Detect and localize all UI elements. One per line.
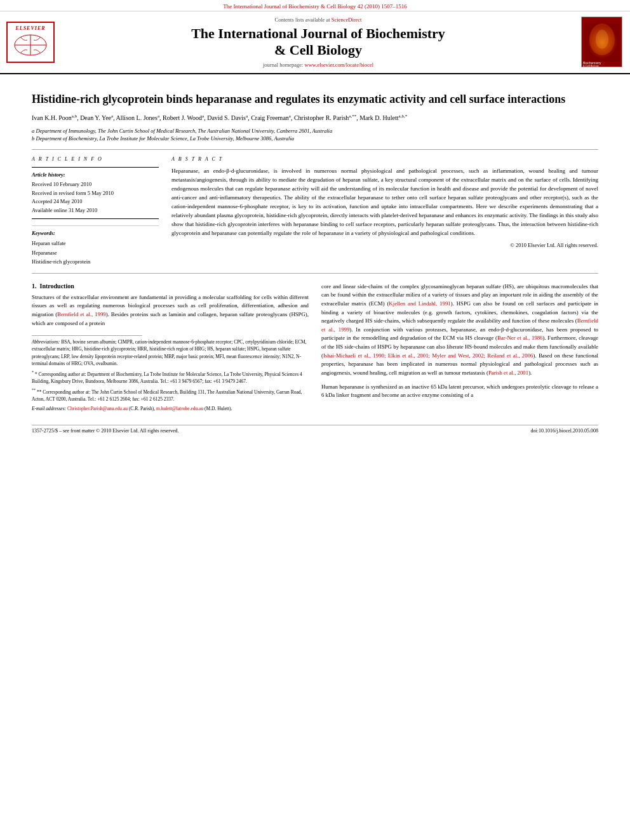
received-date: Received 10 February 2010 — [32, 180, 159, 189]
email-parish[interactable]: Christopher.Parish@anu.edu.au — [67, 406, 128, 411]
ref-barner: Bar-Ner et al., 1986 — [497, 335, 543, 341]
intro-left-col: 1. Introduction Structures of the extrac… — [32, 283, 309, 413]
introduction-section: 1. Introduction Structures of the extrac… — [32, 283, 598, 413]
bottom-bar: 1357-2725/$ – see front matter © 2010 El… — [32, 425, 598, 434]
footnote-divider — [32, 335, 142, 336]
journal-title-center: Contents lists available at ScienceDirec… — [64, 17, 573, 68]
abstract-text: Heparanase, an endo-β-d-glucuronidase, i… — [171, 167, 598, 238]
header-divider — [32, 149, 598, 150]
keyword-1: Heparan sulfate — [32, 239, 159, 248]
issn-text: 1357-2725/$ – see front matter © 2010 El… — [32, 428, 179, 434]
svg-text:& Cell Biology: & Cell Biology — [583, 64, 599, 67]
affiliations: a Department of Immunology, The John Cur… — [32, 127, 598, 143]
affiliation-b: b Department of Biochemistry, La Trobe I… — [32, 135, 598, 143]
journal-citation-link[interactable]: The International Journal of Biochemistr… — [223, 3, 406, 10]
history-label: Article history: — [32, 171, 159, 178]
footnotes: Abbreviations: BSA, bovine serum albumin… — [32, 338, 309, 412]
section-divider — [32, 273, 598, 274]
abbrev-text: BSA, bovine serum albumin; CIMPR, cation… — [32, 339, 307, 366]
abbreviations-line: Abbreviations: BSA, bovine serum albumin… — [32, 338, 309, 367]
info-abstract-section: A R T I C L E I N F O Article history: R… — [32, 156, 598, 267]
ref-bernfield2: Bernfield et al., 1999 — [321, 317, 598, 333]
copyright-notice: © 2010 Elsevier Ltd. All rights reserved… — [171, 242, 598, 248]
journal-homepage: journal homepage: www.elsevier.com/locat… — [64, 62, 573, 68]
intro-section-title: 1. Introduction — [32, 283, 309, 290]
keywords-label: Keywords: — [32, 230, 159, 236]
ref-bernfield: Bernfield et al., 1999 — [57, 311, 106, 317]
article-info-column: A R T I C L E I N F O Article history: R… — [32, 156, 159, 267]
email-hulett[interactable]: m.hulett@latrobe.edu.au — [156, 406, 203, 411]
main-content: Histidine-rich glycoprotein binds hepara… — [0, 74, 630, 441]
keyword-2: Heparanase — [32, 248, 159, 257]
authors-line: Ivan K.H. Poona,b, Dean Y. Yeea, Allison… — [32, 113, 598, 123]
abstract-header: A B S T R A C T — [171, 156, 598, 162]
elsevier-text: ELSEVIER — [11, 25, 50, 31]
svg-rect-3 — [582, 17, 622, 67]
sciencedirect-line: Contents lists available at ScienceDirec… — [64, 17, 573, 23]
article-title: Histidine-rich glycoprotein binds hepara… — [32, 92, 598, 107]
intro-right-col: core and linear side-chains of the compl… — [321, 283, 598, 413]
abbrev-label: Abbreviations: — [32, 339, 60, 345]
cover-image: Biochemistry & Cell Biology — [581, 17, 622, 67]
doi-text: doi:10.1016/j.biocel.2010.05.008 — [531, 428, 598, 434]
ref-parish: Parish et al., 2001 — [488, 370, 528, 376]
article-info-header: A R T I C L E I N F O — [32, 156, 159, 162]
revised-date: Received in revised form 5 May 2010 — [32, 189, 159, 198]
footnote-email: E-mail addresses: Christopher.Parish@anu… — [32, 405, 309, 412]
abstract-column: A B S T R A C T Heparanase, an endo-β-d-… — [171, 156, 598, 267]
ref-ishai: Ishai-Michaeli et al., 1990; Elkin et al… — [323, 352, 533, 359]
accepted-date: Accepted 24 May 2010 — [32, 197, 159, 206]
elsevier-logo: ELSEVIER — [6, 17, 57, 68]
intro-right-text-2: Human heparanase is synthesized as an in… — [321, 383, 598, 400]
journal-name: The International Journal of Biochemistr… — [64, 25, 573, 59]
elsevier-logo-box: ELSEVIER — [6, 22, 55, 63]
online-date: Available online 31 May 2010 — [32, 206, 159, 215]
journal-header: ELSEVIER Contents lists available at Sci… — [0, 11, 630, 74]
intro-left-text: Structures of the extracellular environm… — [32, 293, 309, 328]
ref-kjellen: Kjellen and Lindahl, 1991 — [389, 300, 450, 307]
sciencedirect-link[interactable]: ScienceDirect — [332, 17, 362, 23]
top-bar: The International Journal of Biochemistr… — [0, 0, 630, 11]
elsevier-graphic — [11, 32, 50, 58]
svg-point-4 — [589, 23, 615, 55]
keyword-3: Histidine-rich glycoprotein — [32, 257, 159, 266]
footnote-star1: * * Corresponding author at: Department … — [32, 370, 309, 385]
affiliation-a: a Department of Immunology, The John Cur… — [32, 127, 598, 135]
intro-right-text: core and linear side-chains of the compl… — [321, 283, 598, 378]
keywords-box: Keywords: Heparan sulfate Heparanase His… — [32, 225, 159, 266]
journal-cover: Biochemistry & Cell Biology — [579, 17, 624, 68]
svg-point-5 — [596, 30, 608, 49]
footnote-star2: ** ** Corresponding author at: The John … — [32, 387, 309, 403]
homepage-url[interactable]: www.elsevier.com/locate/biocel — [305, 62, 374, 68]
article-history-box: Article history: Received 10 February 20… — [32, 167, 159, 219]
